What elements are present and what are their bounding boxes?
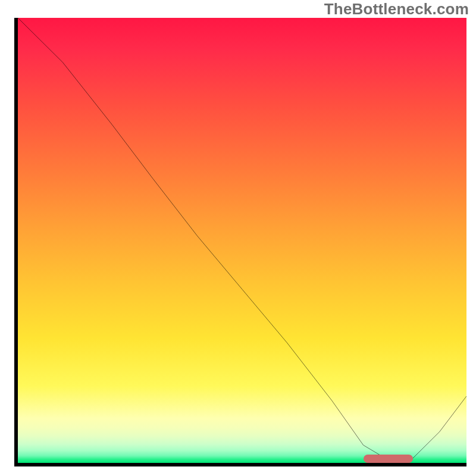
chart-frame: TheBottleneck.com xyxy=(0,0,476,476)
bottleneck-curve-path xyxy=(18,18,466,459)
optimal-range-marker xyxy=(364,455,413,463)
plot-area xyxy=(18,18,466,463)
watermark-text: TheBottleneck.com xyxy=(324,0,469,18)
curve-svg xyxy=(18,18,466,463)
